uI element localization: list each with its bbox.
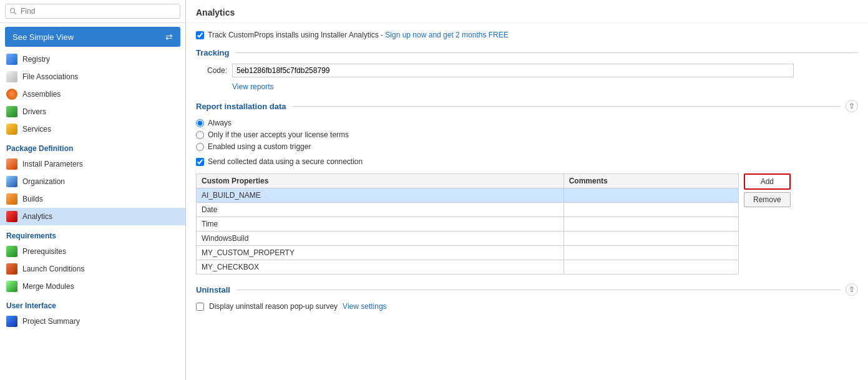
merge-modules-icon bbox=[6, 281, 17, 292]
table-cell-comment bbox=[563, 246, 738, 260]
sidebar-item-label: Organization bbox=[22, 177, 65, 186]
toggle-arrows-icon: ⇄ bbox=[165, 32, 173, 42]
track-analytics-label: Track CustomProps installs using Install… bbox=[208, 31, 509, 39]
package-definition-section-label: Package Definition bbox=[0, 138, 185, 155]
report-divider bbox=[292, 106, 841, 107]
add-button[interactable]: Add bbox=[744, 173, 791, 190]
uninstall-title: Uninstall bbox=[196, 285, 237, 295]
organization-icon bbox=[6, 176, 17, 187]
code-label: Code: bbox=[196, 66, 227, 75]
uninstall-divider bbox=[237, 290, 841, 290]
search-bar bbox=[0, 0, 185, 23]
report-collapse-button[interactable]: ⇧ bbox=[846, 100, 858, 112]
table-cell-comment bbox=[563, 217, 738, 231]
sidebar-item-analytics[interactable]: Analytics bbox=[0, 208, 185, 225]
view-settings-link[interactable]: View settings bbox=[343, 302, 386, 311]
uninstall-section-header: Uninstall ⇧ bbox=[196, 283, 858, 296]
table-row[interactable]: Date bbox=[197, 203, 739, 217]
assemblies-icon bbox=[6, 89, 17, 100]
builds-icon bbox=[6, 193, 17, 205]
file-assoc-icon bbox=[6, 71, 17, 82]
analytics-icon bbox=[6, 211, 17, 222]
user-interface-section-label: User Interface bbox=[0, 295, 185, 313]
track-analytics-checkbox[interactable] bbox=[196, 31, 204, 39]
table-row[interactable]: MY_CUSTOM_PROPERTY bbox=[197, 246, 739, 260]
table-cell-comment bbox=[563, 231, 738, 246]
sidebar-item-label: Merge Modules bbox=[22, 282, 74, 291]
sidebar-item-label: Assemblies bbox=[22, 90, 61, 99]
col-header-properties: Custom Properties bbox=[197, 174, 564, 188]
radio-trigger-label: Enabled using a custom trigger bbox=[208, 142, 311, 151]
sidebar-item-builds[interactable]: Builds bbox=[0, 190, 185, 208]
sidebar-item-label: Install Parameters bbox=[22, 160, 83, 168]
table-cell-comment bbox=[563, 188, 738, 203]
prerequisites-icon bbox=[6, 246, 17, 257]
radio-always-input[interactable] bbox=[196, 119, 204, 127]
col-header-comments: Comments bbox=[563, 174, 738, 188]
tracking-divider bbox=[235, 52, 858, 53]
requirements-section-label: Requirements bbox=[0, 225, 185, 243]
radio-license-input[interactable] bbox=[196, 131, 204, 139]
table-cell-property: AI_BUILD_NAME bbox=[197, 188, 564, 203]
see-simple-view-button[interactable]: See Simple View ⇄ bbox=[5, 27, 180, 47]
sidebar-item-services[interactable]: Services bbox=[0, 120, 185, 138]
radio-group: Always Only if the user accepts your lic… bbox=[196, 119, 858, 151]
custom-properties-table-area: Custom Properties Comments AI_BUILD_NAME… bbox=[196, 173, 858, 275]
sidebar-item-file-associations[interactable]: File Associations bbox=[0, 68, 185, 85]
sidebar-item-label: Registry bbox=[22, 55, 50, 64]
tracking-section-header: Tracking bbox=[196, 48, 858, 57]
sidebar-item-project-summary[interactable]: Project Summary bbox=[0, 313, 185, 330]
sidebar-item-merge-modules[interactable]: Merge Modules bbox=[0, 278, 185, 295]
table-cell-comment bbox=[563, 203, 738, 217]
services-icon bbox=[6, 124, 17, 135]
uninstall-survey-checkbox[interactable] bbox=[196, 303, 204, 311]
sidebar-item-launch-conditions[interactable]: Launch Conditions bbox=[0, 260, 185, 278]
search-input[interactable] bbox=[5, 4, 180, 19]
table-cell-comment bbox=[563, 260, 738, 275]
track-analytics-row: Track CustomProps installs using Install… bbox=[196, 31, 858, 39]
table-row[interactable]: MY_CHECKBOX bbox=[197, 260, 739, 275]
tracking-title: Tracking bbox=[196, 48, 235, 57]
report-section-header: Report installation data ⇧ bbox=[196, 100, 858, 112]
sidebar-item-label: Project Summary bbox=[22, 317, 80, 326]
secure-connection-checkbox[interactable] bbox=[196, 158, 204, 166]
sidebar-item-label: Analytics bbox=[22, 212, 52, 221]
table-row[interactable]: Time bbox=[197, 217, 739, 231]
sidebar-item-prerequisites[interactable]: Prerequisites bbox=[0, 243, 185, 260]
uninstall-collapse-button[interactable]: ⇧ bbox=[846, 283, 858, 296]
sidebar-item-label: Builds bbox=[22, 195, 43, 203]
signup-link[interactable]: Sign up now and get 2 months FREE bbox=[385, 31, 508, 39]
report-title: Report installation data bbox=[196, 102, 292, 111]
code-field-row: Code: bbox=[196, 64, 858, 77]
table-row[interactable]: WindowsBuild bbox=[197, 231, 739, 246]
table-cell-property: WindowsBuild bbox=[197, 231, 564, 246]
view-reports-link[interactable]: View reports bbox=[232, 82, 858, 91]
sidebar-item-label: Prerequisites bbox=[22, 247, 66, 256]
sidebar-item-registry[interactable]: Registry bbox=[0, 51, 185, 68]
secure-checkbox-row: Send collected data using a secure conne… bbox=[196, 157, 858, 166]
radio-trigger-input[interactable] bbox=[196, 143, 204, 151]
main-content: Analytics Track CustomProps installs usi… bbox=[186, 0, 868, 380]
launch-conditions-icon bbox=[6, 263, 17, 275]
page-title: Analytics bbox=[186, 0, 868, 23]
drivers-icon bbox=[6, 106, 17, 117]
secure-connection-label: Send collected data using a secure conne… bbox=[208, 157, 363, 166]
see-simple-view-label: See Simple View bbox=[12, 32, 74, 42]
radio-only-license: Only if the user accepts your license te… bbox=[196, 130, 858, 139]
sidebar-item-drivers[interactable]: Drivers bbox=[0, 103, 185, 120]
uninstall-checkbox-row: Display uninstall reason pop-up survey V… bbox=[196, 302, 858, 311]
install-params-icon bbox=[6, 158, 17, 170]
uninstall-survey-label: Display uninstall reason pop-up survey bbox=[209, 302, 338, 311]
radio-custom-trigger: Enabled using a custom trigger bbox=[196, 142, 858, 151]
registry-icon bbox=[6, 54, 17, 65]
radio-always: Always bbox=[196, 119, 858, 127]
sidebar-item-assemblies[interactable]: Assemblies bbox=[0, 85, 185, 103]
table-buttons: Add Remove bbox=[744, 173, 791, 207]
table-row[interactable]: AI_BUILD_NAME bbox=[197, 188, 739, 203]
sidebar-item-install-parameters[interactable]: Install Parameters bbox=[0, 155, 185, 173]
sidebar: See Simple View ⇄ Registry File Associat… bbox=[0, 0, 186, 380]
uninstall-section: Uninstall ⇧ Display uninstall reason pop… bbox=[196, 283, 858, 311]
code-input[interactable] bbox=[232, 64, 794, 77]
remove-button[interactable]: Remove bbox=[744, 192, 791, 207]
sidebar-item-organization[interactable]: Organization bbox=[0, 173, 185, 190]
